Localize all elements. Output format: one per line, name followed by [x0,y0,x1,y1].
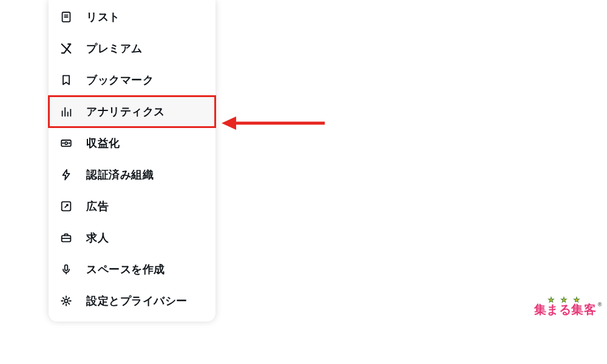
list-icon [59,10,73,24]
menu-item-label: スペースを作成 [86,262,165,277]
menu-item-lists[interactable]: リスト [49,1,215,33]
jobs-icon [59,231,73,244]
mic-icon [59,263,73,276]
menu-item-label: アナリティクス [86,104,165,119]
menu-item-monetization[interactable]: 収益化 [49,127,215,159]
menu-item-label: プレミアム [86,41,143,56]
x-icon [59,42,73,55]
menu-item-verified-orgs[interactable]: 認証済み組織 [49,159,215,190]
menu-item-label: 設定とプライバシー [86,294,188,308]
menu-item-jobs[interactable]: 求人 [49,222,215,254]
menu-item-label: 収益化 [86,136,120,150]
menu-item-premium[interactable]: プレミアム [49,33,215,64]
svg-point-16 [64,299,68,303]
svg-point-9 [63,143,63,143]
watermark-logo: ★ ★ ★ 集まる集客® [534,297,597,315]
svg-marker-18 [222,116,236,130]
menu-item-label: リスト [86,10,120,24]
svg-point-10 [69,143,69,143]
bookmark-icon [59,73,73,87]
watermark-text: 集まる集客® [534,303,597,315]
gear-icon [59,294,73,308]
more-menu-panel: リスト プレミアム ブックマーク アナリティクス 収益化 認証済み組織 [49,0,215,322]
menu-item-label: 認証済み組織 [86,167,154,182]
analytics-icon [59,105,73,118]
ads-icon [59,200,73,213]
svg-point-8 [65,142,67,144]
menu-item-settings[interactable]: 設定とプライバシー [49,285,215,317]
monetization-icon [59,136,73,150]
bolt-icon [59,168,73,181]
menu-item-label: 求人 [86,231,109,245]
menu-item-ads[interactable]: 広告 [49,190,215,222]
menu-item-analytics[interactable]: アナリティクス [49,96,215,127]
svg-rect-14 [65,265,68,271]
menu-item-label: 広告 [86,199,109,214]
annotation-arrow [222,114,328,132]
menu-item-label: ブックマーク [86,73,154,87]
menu-item-bookmarks[interactable]: ブックマーク [49,64,215,96]
menu-item-create-space[interactable]: スペースを作成 [49,254,215,285]
